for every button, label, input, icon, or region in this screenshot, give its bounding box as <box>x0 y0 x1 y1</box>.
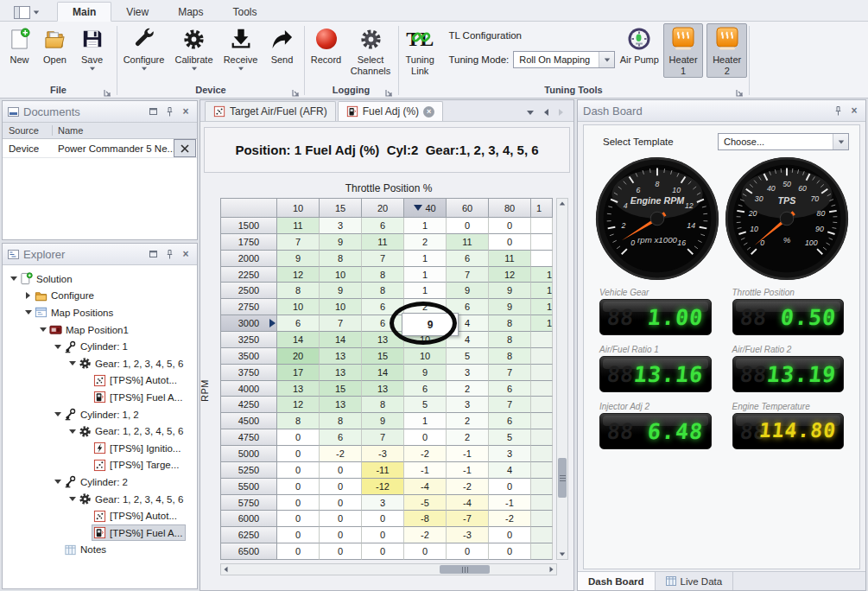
grid-cell[interactable]: -1 <box>489 495 531 512</box>
tree-item[interactable]: Gear: 1, 2, 3, 4, 5, 6 <box>3 491 197 508</box>
pin-icon[interactable] <box>832 105 844 117</box>
grid-column-header[interactable]: 80 <box>489 199 531 218</box>
collapse-node-icon[interactable] <box>52 480 63 484</box>
grid-cell[interactable]: 9 <box>489 283 531 299</box>
tuning-tools-dialog-launcher-icon[interactable] <box>736 89 744 97</box>
tree-item[interactable]: [TPS%] Autot... <box>3 372 197 390</box>
pin-icon[interactable] <box>163 105 175 118</box>
grid-cell[interactable]: 0 <box>277 511 320 527</box>
maximize-icon[interactable] <box>147 105 159 118</box>
tab-live-data[interactable]: Live Data <box>656 572 734 590</box>
grid-cell[interactable]: 0 <box>277 446 320 462</box>
grid-cell[interactable]: 6 <box>362 315 404 332</box>
grid-cell[interactable]: 12 <box>277 267 320 283</box>
collapse-node-icon[interactable] <box>8 276 19 281</box>
grid-row-header[interactable]: 5250 <box>221 462 277 479</box>
grid-cell-clipped[interactable] <box>531 511 553 527</box>
grid-cell[interactable]: 6 <box>447 251 489 267</box>
grid-cell[interactable]: -7 <box>447 511 489 527</box>
device-dialog-launcher-icon[interactable] <box>292 89 300 97</box>
grid-cell[interactable]: 1 <box>404 251 447 267</box>
expand-node-icon[interactable] <box>22 292 34 299</box>
grid-cell-clipped[interactable] <box>531 479 553 495</box>
grid-cell[interactable]: 6 <box>362 218 404 234</box>
grid-cell[interactable]: -8 <box>404 511 447 527</box>
grid-cell[interactable]: 10 <box>404 348 447 365</box>
grid-cell[interactable]: 3 <box>320 218 362 234</box>
tree-item[interactable]: Gear: 1, 2, 3, 4, 5, 6 <box>3 423 197 440</box>
grid-cell[interactable]: 13 <box>320 348 362 365</box>
tree-item[interactable]: Map Positions <box>3 304 197 321</box>
grid-cell[interactable]: 0 <box>489 543 531 560</box>
grid-cell-clipped[interactable] <box>531 234 553 251</box>
grid-cell[interactable]: 13 <box>320 397 362 413</box>
document-row[interactable]: Device Power Commander 5 Ne... <box>3 139 197 158</box>
grid-cell[interactable]: 0 <box>362 511 404 527</box>
grid-cell-clipped[interactable] <box>531 381 553 397</box>
grid-cell-clipped[interactable]: 1 <box>531 299 553 315</box>
grid-column-header[interactable]: 40 <box>404 199 447 218</box>
new-button[interactable]: New <box>2 23 37 66</box>
source-column-header[interactable]: Source <box>3 125 53 136</box>
grid-cell[interactable]: 5 <box>404 397 447 413</box>
grid-cell[interactable]: -3 <box>447 527 489 543</box>
grid-cell-clipped[interactable]: 1 <box>531 267 553 283</box>
tree-item[interactable]: Cylinder: 2 <box>3 473 197 491</box>
grid-cell[interactable]: 7 <box>362 429 404 446</box>
grid-cell[interactable]: 0 <box>277 429 320 446</box>
grid-row-header[interactable]: 5500 <box>221 479 277 495</box>
grid-row-header[interactable]: 4750 <box>221 429 277 446</box>
grid-cell[interactable]: 3 <box>447 365 489 381</box>
grid-cell[interactable]: 14 <box>320 332 362 348</box>
grid-cell[interactable]: 9 <box>277 251 320 267</box>
grid-row-header[interactable]: 5750 <box>221 495 277 512</box>
grid-cell[interactable]: 2 <box>404 234 447 251</box>
record-button[interactable]: Record <box>306 23 346 66</box>
grid-cell[interactable]: 2 <box>447 413 489 429</box>
quick-access-toolbar[interactable] <box>14 5 45 19</box>
scroll-down-icon[interactable] <box>559 552 566 556</box>
tuning-mode-select[interactable]: Roll On Mapping <box>513 51 615 68</box>
grid-cell-clipped[interactable] <box>531 251 553 267</box>
tree-item[interactable]: Configure <box>3 288 197 305</box>
grid-cell[interactable]: 0 <box>362 543 404 560</box>
grid-cell-clipped[interactable] <box>531 429 553 446</box>
grid-cell[interactable]: 2 <box>447 429 489 446</box>
grid-cell-clipped[interactable] <box>531 462 553 479</box>
grid-corner[interactable] <box>221 199 277 218</box>
grid-row-header[interactable]: 2250 <box>221 267 277 283</box>
close-icon[interactable]: × <box>180 105 192 118</box>
grid-cell[interactable]: 12 <box>489 267 531 283</box>
grid-cell-clipped[interactable]: 1 <box>531 315 553 332</box>
grid-cell[interactable]: 1 <box>404 218 447 234</box>
grid-cell[interactable]: 8 <box>489 332 531 348</box>
tree-item[interactable]: [TPS%] Autot... <box>3 507 197 524</box>
tree-item[interactable]: [TPS%] Fuel A... <box>3 389 197 406</box>
grid-row-header[interactable]: 6500 <box>221 543 277 560</box>
ribbon-tab-view[interactable]: View <box>111 3 163 21</box>
grid-cell[interactable]: 8 <box>489 348 531 365</box>
grid-cell[interactable]: -2 <box>404 527 447 543</box>
collapse-node-icon[interactable] <box>22 310 34 315</box>
grid-cell[interactable]: 0 <box>404 543 447 560</box>
tab-target-air-fuel[interactable]: Target Air/Fuel (AFR) <box>205 101 336 121</box>
grid-cell[interactable]: 7 <box>489 397 531 413</box>
grid-cell[interactable]: 20 <box>277 348 320 365</box>
grid-cell[interactable]: 0 <box>277 543 320 560</box>
grid-cell-clipped[interactable] <box>531 543 553 560</box>
grid-cell[interactable]: 0 <box>277 479 320 495</box>
grid-cell[interactable]: 6 <box>320 429 362 446</box>
grid-cell[interactable]: 11 <box>277 218 320 234</box>
close-tab-icon[interactable]: × <box>423 106 434 118</box>
grid-cell[interactable]: 15 <box>362 348 404 365</box>
grid-cell[interactable]: -12 <box>362 479 404 495</box>
grid-cell[interactable]: 9 <box>404 365 447 381</box>
collapse-node-icon[interactable] <box>67 361 78 365</box>
grid-cell[interactable]: 8 <box>277 413 320 429</box>
grid-cell[interactable]: 8 <box>320 251 362 267</box>
grid-cell[interactable]: -2 <box>404 446 447 462</box>
grid-cell-clipped[interactable] <box>531 218 553 234</box>
grid-cell[interactable]: 6 <box>489 413 531 429</box>
grid-row-header[interactable]: 3500 <box>221 348 277 365</box>
ribbon-tab-maps[interactable]: Maps <box>163 3 218 21</box>
